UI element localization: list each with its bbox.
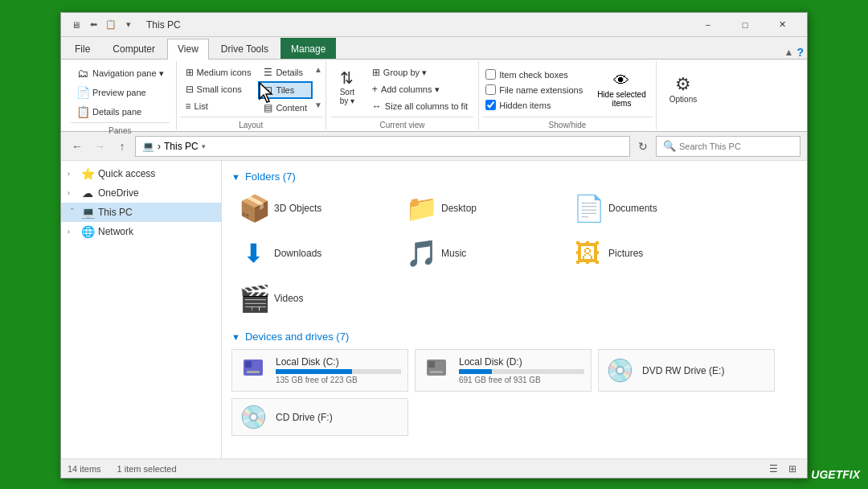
drives-section-header[interactable]: ▼ Devices and drives (7) bbox=[231, 331, 797, 343]
tab-manage[interactable]: Manage bbox=[280, 38, 336, 59]
drive-d-free: 691 GB free of 931 GB bbox=[459, 376, 584, 384]
back-button[interactable]: ← bbox=[68, 137, 87, 156]
folders-section-header[interactable]: ▼ Folders (7) bbox=[231, 171, 797, 183]
file-name-extensions-toggle[interactable]: File name extensions bbox=[482, 83, 586, 97]
folder-icon-pictures: 🖼 bbox=[573, 239, 602, 269]
medium-icons-btn[interactable]: ⊞ Medium icons bbox=[180, 64, 257, 80]
drive-e[interactable]: 💿 DVD RW Drive (E:) bbox=[598, 349, 775, 392]
details-pane-btn[interactable]: 📋 Details pane bbox=[71, 103, 170, 121]
ribbon-collapse-btn[interactable]: ▲ bbox=[784, 47, 794, 58]
search-input[interactable] bbox=[679, 142, 793, 151]
selected-count: 1 item selected bbox=[117, 464, 177, 474]
network-icon: 🌐 bbox=[80, 225, 95, 238]
window-controls: − □ ✕ bbox=[690, 13, 800, 37]
file-name-extensions-checkbox[interactable] bbox=[485, 84, 496, 95]
search-bar[interactable]: 🔍 bbox=[656, 136, 800, 157]
drive-c[interactable]: Local Disk (C:) 135 GB free of 223 GB bbox=[231, 349, 408, 392]
folder-name-desktop: Desktop bbox=[441, 203, 477, 214]
search-icon: 🔍 bbox=[663, 140, 676, 152]
add-columns-btn[interactable]: + Add columns ▾ bbox=[366, 81, 473, 97]
drive-d-bar bbox=[459, 369, 492, 374]
drive-c-free: 135 GB free of 223 GB bbox=[276, 376, 401, 384]
folders-collapse-arrow: ▼ bbox=[231, 172, 240, 182]
props-quick-btn[interactable]: 📋 bbox=[103, 17, 119, 33]
drive-f[interactable]: 💿 CD Drive (F:) bbox=[231, 398, 408, 436]
layout-scroll-down[interactable]: ▼ bbox=[314, 101, 322, 109]
help-button[interactable]: ? bbox=[796, 46, 804, 59]
computer-icon: 💻 bbox=[142, 141, 154, 152]
tab-drive-tools[interactable]: Drive Tools bbox=[211, 38, 279, 59]
drive-f-icon: 💿 bbox=[239, 404, 268, 430]
sidebar-item-quick-access[interactable]: › ⭐ Quick access bbox=[61, 164, 221, 183]
ribbon-tab-bar: File Computer View Drive Tools Manage ▲ … bbox=[61, 37, 807, 60]
layout-scroll-up[interactable]: ▲ bbox=[314, 66, 322, 74]
back-quick-btn[interactable]: ⬅ bbox=[85, 17, 101, 33]
sort-by-btn[interactable]: ⇅ Sortby ▾ bbox=[331, 64, 363, 109]
refresh-button[interactable]: ↻ bbox=[633, 137, 653, 156]
forward-button[interactable]: → bbox=[90, 137, 109, 156]
view-toggle-group: ☰ ⊞ bbox=[765, 461, 800, 477]
folder-documents[interactable]: 📄 Documents bbox=[566, 189, 727, 228]
drive-d-bar-container bbox=[459, 369, 584, 374]
folder-downloads[interactable]: ⬇ Downloads bbox=[231, 234, 392, 273]
folder-icon-videos: 🎬 bbox=[239, 283, 268, 314]
path-separator: › bbox=[158, 141, 161, 152]
folder-pictures[interactable]: 🖼 Pictures bbox=[566, 234, 727, 273]
preview-pane-btn[interactable]: 📄 Preview pane bbox=[71, 84, 170, 101]
minimize-button[interactable]: − bbox=[690, 13, 727, 37]
options-btn[interactable]: ⚙ Options bbox=[663, 64, 703, 113]
tab-file[interactable]: File bbox=[64, 38, 100, 59]
up-button[interactable]: ↑ bbox=[113, 137, 132, 156]
hidden-items-toggle[interactable]: Hidden items bbox=[482, 98, 586, 112]
current-view-group: ⇅ Sortby ▾ ⊞ Group by ▾ + Add columns ▾ … bbox=[326, 61, 479, 129]
navigation-pane-btn[interactable]: 🗂 Navigation pane ▾ bbox=[71, 64, 170, 82]
options-group: ⚙ Options bbox=[657, 61, 710, 129]
drive-d[interactable]: Local Disk (D:) 691 GB free of 931 GB bbox=[415, 349, 592, 392]
details-btn[interactable]: ☰ Details bbox=[258, 64, 313, 80]
drives-collapse-arrow: ▼ bbox=[231, 332, 240, 342]
drive-e-name: DVD RW Drive (E:) bbox=[642, 365, 768, 376]
path-text: This PC bbox=[164, 141, 199, 152]
medium-icons-icon: ⊞ bbox=[186, 67, 194, 78]
folder-music[interactable]: 🎵 Music bbox=[399, 234, 559, 273]
content-btn[interactable]: ▤ Content bbox=[258, 100, 313, 116]
items-count: 14 items bbox=[68, 464, 101, 474]
item-check-boxes-toggle[interactable]: Item check boxes bbox=[482, 68, 586, 81]
tiles-view-toggle[interactable]: ⊞ bbox=[784, 461, 800, 477]
maximize-button[interactable]: □ bbox=[727, 13, 764, 37]
path-dropdown-arrow[interactable]: ▾ bbox=[202, 142, 206, 150]
current-view-label: Current view bbox=[331, 117, 473, 129]
sidebar-item-onedrive[interactable]: › ☁ OneDrive bbox=[61, 183, 221, 203]
hide-selected-label: Hide selecteditems bbox=[597, 90, 646, 108]
columns-icon: + bbox=[372, 84, 378, 95]
size-all-columns-btn[interactable]: ↔ Size all columns to fit bbox=[366, 98, 473, 114]
svg-rect-4 bbox=[428, 361, 435, 368]
sidebar-item-network[interactable]: › 🌐 Network bbox=[61, 222, 221, 241]
folder-desktop[interactable]: 📁 Desktop bbox=[399, 189, 559, 228]
details-view-toggle[interactable]: ☰ bbox=[765, 461, 781, 477]
drive-d-name: Local Disk (D:) bbox=[459, 356, 584, 368]
item-check-boxes-checkbox[interactable] bbox=[485, 69, 496, 80]
folder-name-3d: 3D Objects bbox=[274, 203, 321, 214]
folder-videos[interactable]: 🎬 Videos bbox=[231, 279, 392, 318]
group-by-btn[interactable]: ⊞ Group by ▾ bbox=[366, 64, 473, 80]
dropdown-quick-btn[interactable]: ▾ bbox=[121, 17, 137, 33]
hide-selected-btn[interactable]: 👁 Hide selecteditems bbox=[591, 64, 653, 115]
tab-computer[interactable]: Computer bbox=[102, 38, 166, 59]
file-area: ▼ Folders (7) 📦 3D Objects 📁 Desktop 📄 D… bbox=[222, 161, 807, 458]
title-bar-left: 🖥 ⬅ 📋 ▾ This PC bbox=[68, 17, 690, 33]
this-pc-label: This PC bbox=[98, 207, 133, 218]
content-area: › ⭐ Quick access › ☁ OneDrive › 💻 This P… bbox=[61, 161, 807, 458]
folder-3d-objects[interactable]: 📦 3D Objects bbox=[231, 189, 392, 228]
small-icons-btn[interactable]: ⊟ Small icons bbox=[180, 81, 257, 97]
address-bar[interactable]: 💻 › This PC ▾ bbox=[135, 136, 630, 157]
sidebar-item-this-pc[interactable]: › 💻 This PC bbox=[61, 203, 221, 222]
tab-view[interactable]: View bbox=[167, 39, 209, 60]
hidden-items-checkbox[interactable] bbox=[485, 100, 496, 110]
folder-name-downloads: Downloads bbox=[274, 248, 321, 259]
list-icon: ≡ bbox=[186, 101, 191, 112]
this-pc-icon: 💻 bbox=[80, 206, 95, 219]
tiles-btn[interactable]: ⊡ Tiles bbox=[258, 81, 313, 99]
list-btn[interactable]: ≡ List bbox=[180, 98, 257, 114]
close-button[interactable]: ✕ bbox=[764, 13, 800, 37]
